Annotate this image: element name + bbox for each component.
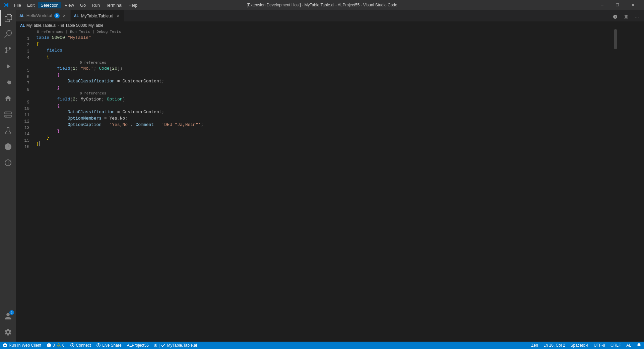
sidebar-item-al-home[interactable] bbox=[0, 90, 16, 107]
code-line-11[interactable]: DataClassification = CustomerContent; bbox=[36, 109, 613, 115]
status-connect[interactable]: Connect bbox=[67, 342, 94, 349]
code-line-3[interactable]: fields bbox=[36, 47, 613, 54]
code-line-7[interactable]: DataClassification = CustomerContent; bbox=[36, 78, 613, 84]
ln-10: 10 bbox=[16, 106, 29, 112]
status-zen[interactable]: Zen bbox=[528, 342, 541, 349]
code-line-15[interactable]: } bbox=[36, 134, 613, 141]
tab-helloworld[interactable]: AL HelloWorld.al 5 × bbox=[16, 10, 71, 21]
breadcrumb-table-icon: ⊞ bbox=[60, 23, 64, 28]
restore-button[interactable]: ❐ bbox=[610, 0, 625, 10]
sidebar-item-extensions[interactable] bbox=[0, 74, 16, 90]
code-line-14[interactable]: } bbox=[36, 128, 613, 134]
status-zen-text: Zen bbox=[531, 343, 538, 348]
tab-name-2: MyTable.Table.al bbox=[81, 13, 113, 18]
sidebar-item-info[interactable] bbox=[0, 155, 16, 171]
sidebar-item-source-control[interactable] bbox=[0, 42, 16, 58]
sidebar-item-settings[interactable] bbox=[0, 324, 16, 340]
status-al[interactable]: al | MyTable.Table.al bbox=[151, 342, 200, 349]
ref-field1[interactable]: 0 references bbox=[36, 60, 613, 65]
code-line-13[interactable]: OptionCaption = 'Yes,No', Comment = 'DEU… bbox=[36, 122, 613, 128]
status-encoding-text: UTF-8 bbox=[594, 343, 605, 348]
status-project[interactable]: ALProject55 bbox=[124, 342, 151, 349]
scrollbar-thumb[interactable] bbox=[614, 29, 617, 49]
code-line-5[interactable]: field(1; "No."; Code[20]) bbox=[36, 65, 613, 72]
status-liveshare[interactable]: Live Share bbox=[93, 342, 124, 349]
status-run-text: Run In Web Client bbox=[9, 343, 41, 348]
code-line-2[interactable]: { bbox=[36, 41, 613, 47]
menu-help[interactable]: Help bbox=[126, 2, 140, 8]
code-line-9[interactable]: field(2; MyOption; Option) bbox=[36, 96, 613, 102]
code-line-12[interactable]: OptionMembers = Yes,No; bbox=[36, 115, 613, 122]
activity-bar-bottom: 2 bbox=[0, 308, 16, 342]
code-line-1[interactable]: table 50000 "MyTable" bbox=[36, 34, 613, 41]
code-content[interactable]: 0 references | Run Tests | Debug Tests t… bbox=[33, 29, 613, 342]
menu-go[interactable]: Go bbox=[77, 2, 88, 8]
ref-field2[interactable]: 0 references bbox=[36, 91, 613, 96]
status-notifications[interactable] bbox=[634, 342, 644, 349]
code-line-4[interactable]: { bbox=[36, 54, 613, 60]
ln-3: 3 bbox=[16, 48, 29, 55]
sidebar-item-run-debug[interactable] bbox=[0, 58, 16, 74]
ref-field2-text: 0 references bbox=[80, 90, 106, 97]
ln-2: 2 bbox=[16, 42, 29, 48]
sidebar-item-remote-explorer[interactable] bbox=[0, 107, 16, 123]
sidebar-item-diagnostics[interactable] bbox=[0, 139, 16, 155]
ln-9: 9 bbox=[16, 99, 29, 106]
code-line-8[interactable]: } bbox=[36, 84, 613, 91]
svg-point-5 bbox=[6, 113, 7, 114]
tab-close-2[interactable]: × bbox=[115, 13, 121, 18]
remote-icon bbox=[3, 343, 7, 348]
sidebar-item-explorer[interactable] bbox=[0, 10, 16, 26]
status-line-ending-text: CRLF bbox=[610, 343, 621, 348]
status-line-ending[interactable]: CRLF bbox=[608, 342, 624, 349]
menu-view[interactable]: View bbox=[62, 2, 77, 8]
status-spaces[interactable]: Spaces: 4 bbox=[568, 342, 591, 349]
alert-icon[interactable] bbox=[610, 12, 620, 21]
ln-14: 14 bbox=[16, 131, 29, 137]
kw-field2: field bbox=[57, 96, 70, 102]
ref-field1-text: 0 references bbox=[80, 60, 106, 66]
code-line-6[interactable]: { bbox=[36, 72, 613, 78]
code-line-10[interactable]: { bbox=[36, 102, 613, 109]
title-bar-title: [Extension Development Host] - MyTable.T… bbox=[247, 3, 397, 7]
menu-edit[interactable]: Edit bbox=[24, 2, 37, 8]
menu-file[interactable]: File bbox=[11, 2, 24, 8]
kw-table: table bbox=[36, 34, 49, 41]
minimize-button[interactable]: ─ bbox=[594, 0, 610, 10]
breadcrumb-path[interactable]: Table 50000 MyTable bbox=[65, 23, 103, 28]
status-spaces-text: Spaces: 4 bbox=[571, 343, 588, 348]
ln-8: 8 bbox=[16, 86, 29, 93]
tab-badge-1: 5 bbox=[54, 13, 60, 18]
title-bar-left: File Edit Selection View Go Run Terminal… bbox=[3, 2, 140, 8]
ln-16: 16 bbox=[16, 144, 29, 150]
editor-scrollbar[interactable] bbox=[613, 29, 617, 342]
vscode-icon bbox=[3, 2, 9, 8]
breadcrumb-lang: AL bbox=[20, 23, 25, 27]
menu-terminal[interactable]: Terminal bbox=[103, 2, 125, 8]
ref-spacer-5 bbox=[16, 61, 29, 67]
breadcrumb-file[interactable]: MyTable.Table.al bbox=[26, 23, 56, 28]
more-actions-icon[interactable]: ⋯ bbox=[632, 12, 641, 21]
tab-mytable[interactable]: AL MyTable.Table.al × bbox=[71, 10, 125, 21]
sidebar-item-account[interactable]: 2 bbox=[0, 308, 16, 324]
status-encoding[interactable]: UTF-8 bbox=[591, 342, 608, 349]
status-connect-text: Connect bbox=[76, 343, 91, 348]
code-line-16[interactable]: } bbox=[36, 141, 613, 147]
status-errors[interactable]: 0 6 bbox=[44, 342, 67, 349]
menu-selection[interactable]: Selection bbox=[38, 2, 61, 8]
sidebar-item-search[interactable] bbox=[0, 26, 16, 42]
warning-icon bbox=[56, 343, 61, 348]
split-editor-icon[interactable] bbox=[621, 12, 631, 21]
status-position[interactable]: Ln 16, Col 2 bbox=[541, 342, 568, 349]
sidebar-item-testing[interactable] bbox=[0, 123, 16, 139]
breadcrumb: AL MyTable.Table.al › ⊞ Table 50000 MyTa… bbox=[16, 22, 644, 29]
menu-run[interactable]: Run bbox=[89, 2, 103, 8]
status-error-indicator[interactable]: Run In Web Client bbox=[0, 342, 44, 349]
close-button[interactable]: ✕ bbox=[625, 0, 641, 10]
ln-6: 6 bbox=[16, 74, 29, 80]
title-bar-controls: ─ ❐ ✕ bbox=[594, 0, 641, 10]
tab-close-1[interactable]: × bbox=[62, 13, 67, 18]
status-language[interactable]: AL bbox=[624, 342, 634, 349]
ref-table[interactable]: 0 references | Run Tests | Debug Tests bbox=[36, 29, 613, 34]
editor-area: AL HelloWorld.al 5 × AL MyTable.Table.al… bbox=[16, 10, 644, 342]
